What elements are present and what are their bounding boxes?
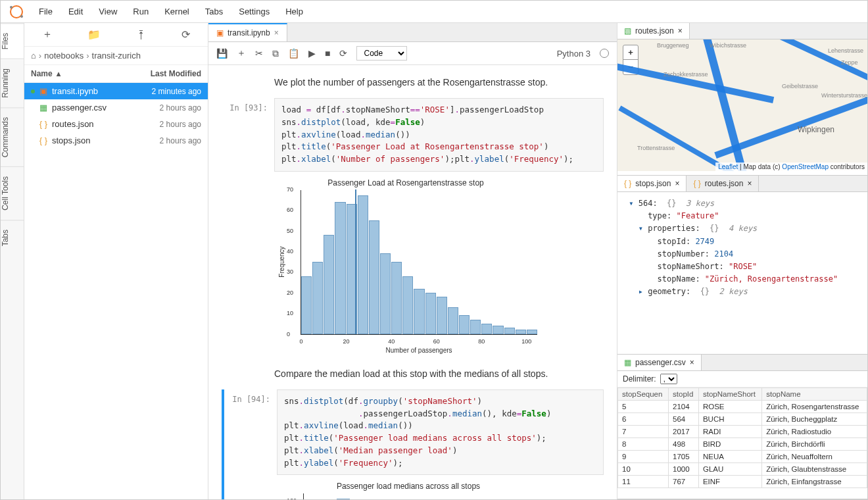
insert-cell-icon[interactable]: ＋ <box>237 47 246 59</box>
leaflet-link[interactable]: Leaflet <box>718 163 738 170</box>
menu-settings[interactable]: Settings <box>231 3 277 20</box>
file-modified: 2 hours ago <box>129 120 201 129</box>
expand-arrow-icon[interactable]: ▸ <box>639 287 643 296</box>
notebook-body[interactable]: We plot the number of passengers at the … <box>208 65 617 499</box>
csv-header-cell[interactable]: stopId <box>669 388 699 401</box>
chart-bar <box>391 262 402 334</box>
collapse-arrow-icon[interactable]: ▾ <box>639 224 643 233</box>
csv-header-cell[interactable]: stopSequen <box>618 388 669 401</box>
file-type-icon: ▣ <box>37 86 49 96</box>
csv-header-cell[interactable]: stopName <box>762 388 867 401</box>
tab-transit-ipynb[interactable]: ▣ transit.ipynb × <box>208 23 287 41</box>
chart-xlabel: Number of passengers <box>301 347 537 354</box>
close-icon[interactable]: × <box>690 358 694 367</box>
crumb-folder[interactable]: transit-zurich <box>92 51 141 61</box>
table-row[interactable]: 101000GLAUZürich, Glaubtenstrasse <box>618 463 867 476</box>
delimiter-label: Delimiter: <box>623 374 656 384</box>
json-viewer[interactable]: ▾ 564: {} 3 keys type: "Feature" ▾ prope… <box>617 192 867 354</box>
restart-icon[interactable]: ⟳ <box>339 48 347 59</box>
home-icon[interactable]: ⌂ <box>31 51 36 61</box>
filebrowser-toolbar: ＋ 📁 ⭱ ⟳ <box>24 23 208 47</box>
chart-bar <box>402 276 413 334</box>
chart-bar <box>414 289 424 334</box>
code-cell[interactable]: In [94]: sns.distplot(df.groupby('stopNa… <box>222 389 604 499</box>
csv-icon: ▦ <box>624 358 631 367</box>
code-input[interactable]: load = df[df.stopNameShort=='ROSE'].pass… <box>274 98 604 172</box>
file-name: stops.json <box>52 136 129 145</box>
new-folder-icon[interactable]: 📁 <box>87 28 101 41</box>
menu-help[interactable]: Help <box>277 3 311 20</box>
code-input[interactable]: sns.distplot(df.groupby('stopNameShort')… <box>277 389 604 476</box>
refresh-icon[interactable]: ⟳ <box>181 28 190 41</box>
new-launcher-icon[interactable]: ＋ <box>42 28 53 41</box>
sidebar-tab-commands[interactable]: Commands <box>1 107 24 166</box>
chart-ytick: 10 <box>287 310 293 316</box>
tab-passenger-csv[interactable]: ▦ passenger.csv × <box>617 355 702 370</box>
osm-link[interactable]: OpenStreetMap <box>782 163 829 170</box>
close-icon[interactable]: × <box>675 179 679 188</box>
crumb-folder[interactable]: notebooks <box>44 51 84 61</box>
run-icon[interactable]: ▶ <box>308 48 316 59</box>
breadcrumb[interactable]: ⌂ › notebooks › transit-zurich <box>24 47 208 65</box>
table-row[interactable]: 52104ROSEZürich, Rosengartenstrasse <box>618 401 867 413</box>
menu-view[interactable]: View <box>91 3 125 20</box>
table-row[interactable]: 6564BUCHZürich, Bucheggplatz <box>618 413 867 426</box>
menu-run[interactable]: Run <box>125 3 157 20</box>
table-row[interactable]: 11767EINFZürich, Einfangstrasse <box>618 476 867 488</box>
tab-routes-json[interactable]: { } routes.json × <box>687 176 759 191</box>
sidebar-tab-running[interactable]: Running <box>1 59 24 107</box>
table-row[interactable]: 72017RADIZürich, Radiostudio <box>618 426 867 438</box>
stop-icon[interactable]: ■ <box>325 48 330 59</box>
markdown-cell[interactable]: We plot the number of passengers at the … <box>274 77 604 88</box>
csv-table[interactable]: stopSequenstopIdstopNameShortstopName521… <box>617 388 867 499</box>
close-icon[interactable]: × <box>747 179 752 188</box>
map-icon: ▧ <box>624 26 631 36</box>
file-row[interactable]: { }routes.json2 hours ago <box>24 116 208 132</box>
cell-type-select[interactable]: Code <box>356 46 407 61</box>
table-row[interactable]: 8498BIRDZürich, Birchdörfli <box>618 438 867 451</box>
menu-tabs[interactable]: Tabs <box>197 3 231 20</box>
kernel-name[interactable]: Python 3 <box>557 49 591 59</box>
menu-kernel[interactable]: Kernel <box>157 3 197 20</box>
json-icon: { } <box>624 179 631 188</box>
menu-edit[interactable]: Edit <box>60 3 91 20</box>
menubar: FileEditViewRunKernelTabsSettingsHelp <box>1 1 867 23</box>
sidebar-tab-files[interactable]: Files <box>1 23 24 59</box>
chart-bar <box>527 330 537 334</box>
save-icon[interactable]: 💾 <box>216 48 228 59</box>
sidebar-tab-tabs[interactable]: Tabs <box>1 220 24 255</box>
upload-icon[interactable]: ⭱ <box>136 29 147 41</box>
code-cell[interactable]: In [93]: load = df[df.stopNameShort=='RO… <box>222 98 604 361</box>
cut-icon[interactable]: ✂ <box>255 48 263 59</box>
csv-header-cell[interactable]: stopNameShort <box>698 388 761 401</box>
file-row[interactable]: { }stops.json2 hours ago <box>24 132 208 149</box>
csv-cell: Zürich, Glaubtenstrasse <box>762 463 867 476</box>
zoom-in-button[interactable]: + <box>623 45 638 60</box>
file-row[interactable]: ▦passenger.csv2 hours ago <box>24 99 208 116</box>
paste-icon[interactable]: 📋 <box>288 48 299 59</box>
tab-stops-json[interactable]: { } stops.json × <box>617 176 687 191</box>
markdown-cell[interactable]: Compare the median load at this stop wit… <box>274 368 604 379</box>
map-view[interactable]: + − Wipkingen Leaflet | Map data (c) Ope… <box>617 39 867 171</box>
sidebar-tab-cell-tools[interactable]: Cell Tools <box>1 166 24 220</box>
collapse-arrow-icon[interactable]: ▾ <box>629 199 633 208</box>
delimiter-select[interactable]: , <box>660 374 677 384</box>
csv-cell: RADI <box>698 426 761 438</box>
file-modified: 2 minutes ago <box>129 87 201 96</box>
chart-bar <box>358 195 368 334</box>
table-row[interactable]: 91705NEUAZürich, Neuaffoltern <box>618 451 867 463</box>
filebrowser-header[interactable]: Name ▴ Last Modified <box>24 65 208 83</box>
map-street-label: Geibelstrasse <box>782 83 818 89</box>
chart-bar <box>504 328 515 334</box>
menu-file[interactable]: File <box>31 3 60 20</box>
close-icon[interactable]: × <box>678 26 683 36</box>
copy-icon[interactable]: ⧉ <box>272 48 279 59</box>
file-name: passenger.csv <box>52 103 129 113</box>
chart-xtick: 0 <box>299 338 302 345</box>
map-district-label: Wipkingen <box>798 125 834 134</box>
file-browser: ＋ 📁 ⭱ ⟳ ⌂ › notebooks › transit-zurich N… <box>24 23 208 499</box>
file-row[interactable]: ▣transit.ipynb2 minutes ago <box>24 83 208 99</box>
tab-routes-map[interactable]: ▧ routes.json × <box>617 23 690 39</box>
close-icon[interactable]: × <box>274 28 279 38</box>
chart-bar <box>459 315 470 334</box>
